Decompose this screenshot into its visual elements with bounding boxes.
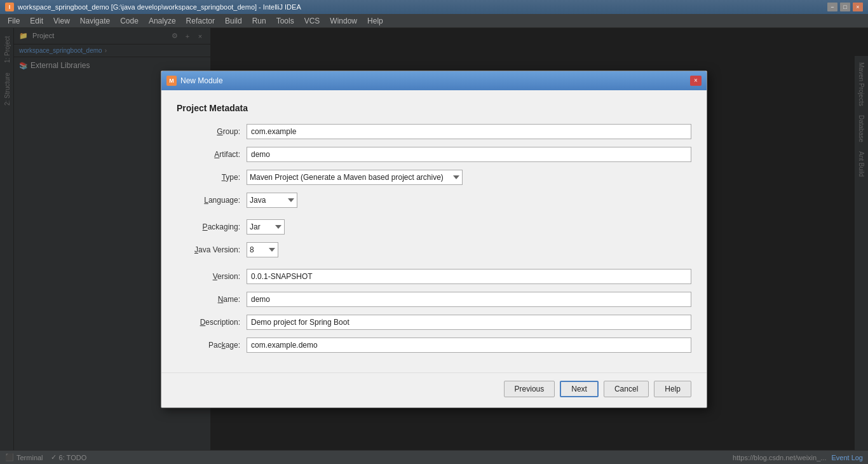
group-input[interactable] — [247, 124, 691, 139]
window-close-button[interactable]: × — [853, 3, 863, 11]
version-row: Version: — [177, 268, 691, 285]
title-bar: I workspace_springboot_demo [G:\java dev… — [0, 0, 868, 14]
menu-file[interactable]: File — [3, 15, 25, 27]
dialog-icon: M — [166, 76, 177, 86]
packaging-label: Packaging: — [177, 222, 247, 231]
java-version-row: Java Version: 8 11 17 — [177, 242, 691, 258]
section-title: Project Metadata — [177, 103, 691, 113]
dialog-title-bar: M New Module × — [161, 71, 707, 90]
window-controls: − □ × — [827, 3, 863, 11]
menu-build[interactable]: Build — [220, 15, 247, 27]
menu-window[interactable]: Window — [325, 15, 362, 27]
modal-overlay: M New Module × Project Metadata Group: A… — [0, 28, 868, 450]
previous-button[interactable]: Previous — [504, 381, 555, 397]
new-module-dialog: M New Module × Project Metadata Group: A… — [161, 71, 707, 408]
version-input[interactable] — [247, 269, 691, 284]
menu-run[interactable]: Run — [247, 15, 271, 27]
app-icon: I — [5, 3, 14, 11]
package-row: Package: — [177, 337, 691, 353]
version-label: Version: — [177, 272, 247, 281]
language-row: Language: Java Kotlin Groovy — [177, 192, 691, 208]
maximize-button[interactable]: □ — [840, 3, 850, 11]
event-log-link[interactable]: Event Log — [831, 454, 863, 461]
type-label: Type: — [177, 173, 247, 182]
menu-analyze[interactable]: Analyze — [144, 15, 181, 27]
package-label: Package: — [177, 341, 247, 350]
status-url: https://blog.csdn.net/weixin_... — [733, 454, 826, 461]
artifact-row: Artifact: — [177, 146, 691, 163]
name-row: Name: — [177, 291, 691, 308]
terminal-icon: ⬛ — [5, 453, 14, 461]
java-version-select[interactable]: 8 11 17 — [247, 242, 278, 257]
menu-help[interactable]: Help — [362, 15, 388, 27]
dialog-close-button[interactable]: × — [690, 76, 702, 86]
cancel-button[interactable]: Cancel — [604, 381, 649, 397]
status-right: https://blog.csdn.net/weixin_... Event L… — [733, 454, 863, 461]
help-button[interactable]: Help — [654, 381, 691, 397]
description-row: Description: — [177, 314, 691, 331]
menu-tools[interactable]: Tools — [271, 15, 299, 27]
dialog-title: New Module — [180, 76, 690, 85]
menu-code[interactable]: Code — [115, 15, 144, 27]
next-button[interactable]: Next — [560, 381, 599, 397]
java-version-label: Java Version: — [177, 245, 247, 254]
type-select[interactable]: Maven Project (Generate a Maven based pr… — [247, 170, 463, 185]
menu-vcs[interactable]: VCS — [299, 15, 325, 27]
todo-icon: ✓ — [51, 453, 57, 461]
language-select[interactable]: Java Kotlin Groovy — [247, 193, 297, 208]
name-label: Name: — [177, 295, 247, 304]
menu-bar: File Edit View Navigate Code Analyze Ref… — [0, 14, 868, 28]
artifact-input[interactable] — [247, 147, 691, 162]
menu-refactor[interactable]: Refactor — [181, 15, 220, 27]
todo-tab[interactable]: ✓ 6: TODO — [51, 453, 87, 461]
menu-navigate[interactable]: Navigate — [75, 15, 115, 27]
packaging-row: Packaging: Jar War — [177, 219, 691, 235]
package-input[interactable] — [247, 338, 691, 353]
description-input[interactable] — [247, 315, 691, 330]
name-input[interactable] — [247, 292, 691, 307]
dialog-footer: Previous Next Cancel Help — [161, 372, 707, 407]
artifact-label: Artifact: — [177, 150, 247, 159]
language-label: Language: — [177, 196, 247, 205]
dialog-body: Project Metadata Group: Artifact: Type: — [161, 90, 707, 372]
menu-edit[interactable]: Edit — [25, 15, 48, 27]
type-row: Type: Maven Project (Generate a Maven ba… — [177, 169, 691, 186]
status-bar: ⬛ Terminal ✓ 6: TODO https://blog.csdn.n… — [0, 450, 868, 464]
group-row: Group: — [177, 123, 691, 140]
window-title: workspace_springboot_demo [G:\java devel… — [18, 3, 827, 11]
group-label: Group: — [177, 127, 247, 136]
packaging-select[interactable]: Jar War — [247, 219, 285, 235]
minimize-button[interactable]: − — [827, 3, 837, 11]
description-label: Description: — [177, 318, 247, 327]
terminal-tab[interactable]: ⬛ Terminal — [5, 453, 43, 461]
menu-view[interactable]: View — [48, 15, 75, 27]
